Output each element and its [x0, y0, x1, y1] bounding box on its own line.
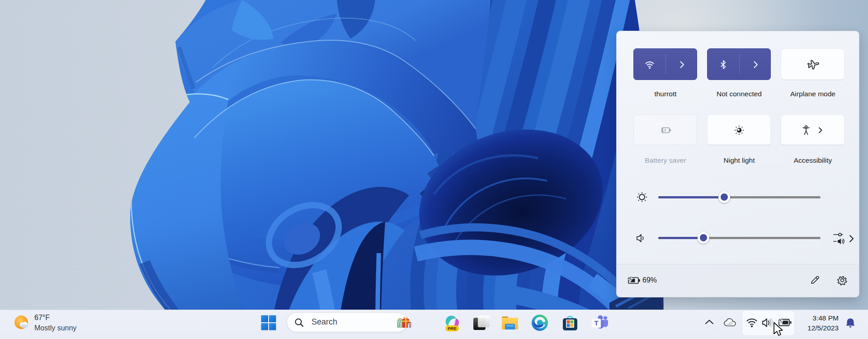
- svg-text:PRE: PRE: [448, 326, 457, 331]
- svg-text:T: T: [594, 320, 599, 327]
